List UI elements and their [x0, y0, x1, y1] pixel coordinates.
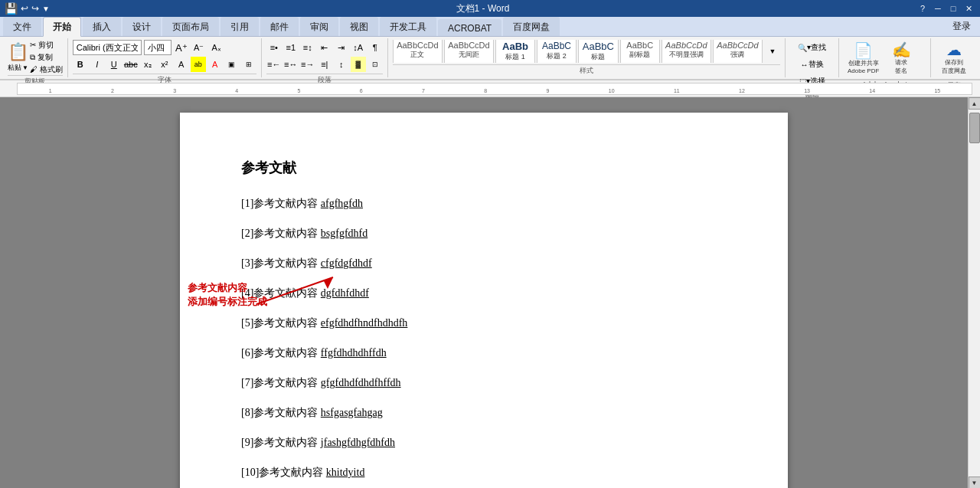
tab-view[interactable]: 视图 [340, 17, 378, 36]
tab-insert[interactable]: 插入 [83, 17, 121, 36]
clear-format-button[interactable]: Aₓ [209, 40, 224, 55]
ref-link[interactable]: bsgfgfdhfd [321, 228, 368, 239]
text-highlight-button[interactable]: ab [191, 57, 206, 72]
style-normal[interactable]: AaBbCcDd 正文 [393, 40, 443, 63]
tab-baidu[interactable]: 百度网盘 [503, 17, 560, 36]
tab-home[interactable]: 开始 [43, 17, 81, 37]
paste-button[interactable]: 📋 粘贴 ▼ [8, 42, 28, 72]
ref-link[interactable]: efgfdhdfhndfhdhdfh [321, 317, 408, 329]
style-emphasis[interactable]: AaBbCcDd 强调 [713, 40, 763, 63]
ref-link[interactable]: ffgfdhdhdhffdh [321, 347, 387, 359]
tab-layout[interactable]: 页面布局 [162, 17, 219, 36]
text-effects-button[interactable]: A [174, 57, 189, 72]
tab-acrobat[interactable]: ACROBAT [438, 19, 501, 36]
ref-link[interactable]: afgfhgfdh [321, 198, 363, 209]
login-button[interactable]: 登录 [946, 18, 977, 34]
ref-text: 参考文献内容 [253, 198, 321, 209]
align-left-button[interactable]: ≡← [266, 57, 282, 72]
request-signature-button[interactable]: ✍ 请求签名 [886, 40, 916, 77]
minimize-button[interactable]: ─ [931, 2, 945, 15]
show-marks-button[interactable]: ¶ [368, 40, 383, 55]
styles-scroll-down[interactable]: ▼ [765, 44, 780, 59]
ref-number: [9] [241, 437, 253, 448]
font-shrink-button[interactable]: A⁻ [191, 40, 207, 55]
vertical-scrollbar[interactable]: ▲ ▼ [968, 97, 980, 488]
justify-button[interactable]: ≡| [317, 57, 332, 72]
bullets-button[interactable]: ≡• [266, 40, 282, 55]
replace-button[interactable]: ↔ 替换 [790, 57, 834, 72]
redo-icon[interactable]: ↪ [31, 3, 39, 14]
align-center-button[interactable]: ≡↔ [283, 57, 299, 72]
ribbon: 文件 开始 插入 设计 页面布局 引用 邮件 审阅 视图 开发工具 ACROBA… [0, 17, 980, 80]
styles-scroll-up[interactable]: ▲ [765, 40, 780, 43]
subscript-button[interactable]: x₂ [140, 57, 155, 72]
styles-section: AaBbCcDd 正文 AaBbCcDd 无间距 AaBb 标题 1 AaBbC… [388, 38, 786, 77]
customize-icon[interactable]: ▼ [42, 5, 50, 13]
underline-button[interactable]: U [106, 57, 122, 72]
ref-link[interactable]: khitdyitd [326, 467, 365, 478]
maximize-button[interactable]: □ [946, 2, 960, 15]
font-color-button[interactable]: A [207, 57, 223, 72]
superscript-button[interactable]: x² [157, 57, 172, 72]
cut-button[interactable]: ✂ 剪切 [30, 40, 63, 51]
sort-button[interactable]: ↕A [351, 40, 366, 55]
scroll-down-button[interactable]: ▼ [969, 477, 981, 488]
borders-button[interactable]: ⊡ [368, 57, 383, 72]
scroll-thumb[interactable] [969, 113, 980, 143]
numbering-button[interactable]: ≡1 [283, 40, 299, 55]
reference-item: [10]参考文献内容 khitdyitd [241, 464, 727, 480]
font-size-input[interactable] [144, 40, 172, 55]
create-pdf-button[interactable]: 📄 创建并共享Adobe PDF [844, 41, 883, 77]
window-title: 文档1 - Word [50, 2, 916, 15]
tab-file[interactable]: 文件 [3, 17, 41, 36]
ref-text: 参考文献内容 [253, 287, 321, 299]
styles-expand[interactable]: ⊕ [765, 60, 780, 63]
strikethrough-button[interactable]: abc [123, 57, 139, 72]
tab-design[interactable]: 设计 [122, 17, 161, 36]
style-heading1[interactable]: AaBb 标题 1 [495, 40, 535, 63]
reference-item: [8]参考文献内容 hsfgasgfahgag [241, 404, 727, 421]
tab-review[interactable]: 审阅 [300, 17, 338, 36]
tab-developer[interactable]: 开发工具 [380, 17, 436, 36]
ref-link[interactable]: jfashgfdhgfdhfdh [321, 437, 395, 448]
style-title[interactable]: AaBbC 标题 [578, 40, 619, 63]
font-name-input[interactable] [73, 40, 142, 55]
tab-mail[interactable]: 邮件 [260, 17, 299, 36]
find-button[interactable]: 🔍 ▾查找 [790, 40, 834, 55]
copy-button[interactable]: ⧉ 复制 [30, 52, 63, 63]
font-grow-button[interactable]: A⁺ [174, 40, 189, 55]
style-heading2[interactable]: AaBbC 标题 2 [537, 40, 577, 63]
style-subtle-emphasis[interactable]: AaBbCcDd 不明显强调 [662, 40, 711, 63]
ref-link[interactable]: gfgfdhdfdhdfhffdh [321, 377, 401, 388]
help-button[interactable]: ? [916, 2, 929, 15]
save-baidu-button[interactable]: ☁ 保存到百度网盘 [938, 40, 970, 77]
close-button[interactable]: ✕ [962, 2, 975, 15]
bold-button[interactable]: B [73, 57, 88, 72]
ref-number: [1] [241, 198, 253, 209]
shading-button[interactable]: ▓ [351, 57, 366, 72]
ref-link[interactable]: hsfgasgfahgag [321, 407, 383, 418]
ref-link[interactable]: dgfdhfdhdf [321, 287, 369, 299]
scroll-up-button[interactable]: ▲ [969, 97, 981, 110]
increase-indent-button[interactable]: ⇥ [334, 40, 349, 55]
char-shading-button[interactable]: ▣ [224, 57, 240, 72]
save-icon[interactable]: 💾 [5, 2, 18, 15]
font-section: A⁺ A⁻ Aₓ B I U abc x₂ x² A ab A ▣ ⊞ 字体 [68, 38, 262, 77]
format-painter-button[interactable]: 🖌 格式刷 [30, 64, 63, 75]
document-scroll[interactable]: 参考文献内容 添加编号标注完成 参考文献 [1]参考文献内容 afgfhgfdh… [0, 97, 968, 488]
italic-button[interactable]: I [90, 57, 105, 72]
style-subtitle[interactable]: AaBbC 副标题 [620, 40, 660, 63]
window-controls[interactable]: ? ─ □ ✕ [916, 2, 975, 15]
line-spacing-button[interactable]: ↕ [334, 57, 349, 72]
undo-icon[interactable]: ↩ [21, 3, 28, 14]
reference-item: [1]参考文献内容 afgfhgfdh [241, 195, 727, 211]
border-button[interactable]: ⊞ [241, 57, 256, 72]
ref-number: [8] [241, 407, 253, 418]
align-right-button[interactable]: ≡→ [300, 57, 315, 72]
decrease-indent-button[interactable]: ⇤ [317, 40, 332, 55]
multilevel-button[interactable]: ≡↕ [300, 40, 315, 55]
ref-text: 参考文献内容 [259, 467, 326, 478]
tab-references[interactable]: 引用 [220, 17, 259, 36]
style-no-spacing[interactable]: AaBbCcDd 无间距 [444, 40, 494, 63]
ref-link[interactable]: cfgfdgfdhdf [321, 257, 372, 269]
